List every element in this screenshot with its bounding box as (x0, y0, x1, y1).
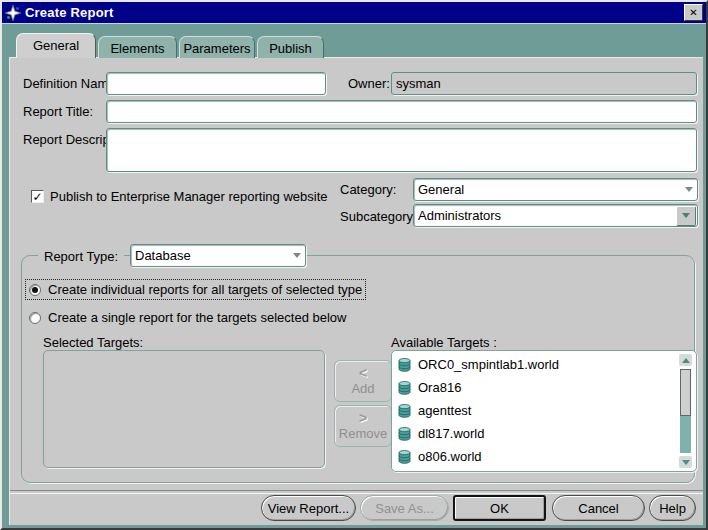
chevron-down-icon (682, 213, 690, 218)
add-button[interactable]: < Add (334, 360, 392, 402)
available-targets-scrollbar[interactable] (678, 353, 694, 469)
scroll-down-button[interactable] (678, 455, 693, 469)
report-description-input[interactable] (106, 128, 697, 172)
chevron-down-icon (685, 187, 693, 192)
list-item[interactable]: agenttest (395, 399, 676, 422)
chevron-right-icon: > (359, 410, 367, 426)
publish-checkbox-label: Publish to Enterprise Manager reporting … (50, 189, 327, 204)
category-value: General (418, 182, 464, 197)
report-title-label: Report Title: (23, 104, 93, 119)
report-type-dropdown[interactable]: Database (130, 244, 306, 267)
list-item[interactable]: o806.world (395, 445, 676, 468)
scrollbar-thumb[interactable] (680, 369, 691, 416)
database-icon (398, 450, 411, 464)
radio-single-label: Create a single report for the targets s… (48, 310, 346, 325)
list-item[interactable]: dl817.world (395, 422, 676, 445)
available-targets-label: Available Targets : (391, 335, 497, 350)
remove-button[interactable]: > Remove (334, 405, 392, 447)
available-targets-rows: ORC0_smpintlab1.world Ora816 agenttest d… (395, 353, 676, 471)
cancel-button[interactable]: Cancel (552, 495, 645, 521)
report-type-label: Report Type: (38, 249, 124, 264)
general-tab-panel: Definition Name: Owner: sysman Report Ti… (9, 57, 703, 525)
tab-publish[interactable]: Publish (257, 36, 324, 58)
list-item[interactable]: ORC0_smpintlab1.world (395, 353, 676, 376)
database-icon (398, 358, 411, 372)
chevron-left-icon: < (359, 365, 367, 381)
radio-selected-icon (29, 284, 41, 296)
title-bar[interactable]: Create Report ✕ (2, 2, 706, 24)
radio-individual-label: Create individual reports for all target… (48, 282, 362, 297)
tab-parameters[interactable]: Parameters (179, 36, 255, 58)
chevron-down-icon (293, 253, 301, 258)
database-icon (398, 381, 411, 395)
radio-unselected-icon (29, 312, 41, 324)
target-name: o806.world (418, 449, 482, 464)
selected-targets-list[interactable] (43, 350, 325, 468)
radio-single-report[interactable]: Create a single report for the targets s… (26, 308, 349, 327)
definition-name-input[interactable] (106, 72, 326, 95)
target-name: dl817.world (418, 426, 485, 441)
available-targets-list[interactable]: ORC0_smpintlab1.world Ora816 agenttest d… (391, 350, 697, 472)
create-report-dialog: Create Report ✕ General Elements Paramet… (0, 0, 708, 530)
target-name: ORC0_smpintlab1.world (418, 357, 559, 372)
em-sparkle-icon (5, 5, 21, 21)
list-item[interactable]: Ora816 (395, 376, 676, 399)
subcategory-dropdown[interactable]: Administrators (413, 204, 698, 227)
owner-value: sysman (391, 72, 697, 95)
subcategory-dropdown-button[interactable] (676, 206, 696, 226)
definition-name-label: Definition Name: (23, 76, 119, 91)
selected-targets-label: Selected Targets: (43, 335, 143, 350)
view-report-button[interactable]: View Report... (261, 495, 356, 521)
save-as-button[interactable]: Save As... (360, 495, 449, 521)
category-label: Category: (340, 182, 396, 197)
radio-individual-reports[interactable]: Create individual reports for all target… (26, 280, 365, 299)
arrow-up-icon (682, 358, 690, 363)
report-type-value: Database (135, 248, 191, 263)
publish-checkbox[interactable]: ✓ (31, 190, 44, 203)
close-button[interactable]: ✕ (684, 4, 703, 21)
category-dropdown[interactable]: General (413, 178, 698, 201)
subcategory-label: Subcategory: (340, 209, 417, 224)
database-icon (398, 427, 411, 441)
remove-button-label: Remove (339, 427, 387, 442)
subcategory-value: Administrators (418, 208, 501, 223)
add-button-label: Add (351, 382, 374, 397)
target-name: Ora816 (418, 380, 461, 395)
tab-elements[interactable]: Elements (98, 36, 177, 58)
scrollbar-track[interactable] (679, 368, 692, 454)
check-icon: ✓ (32, 191, 42, 203)
target-name: agenttest (418, 403, 472, 418)
help-button[interactable]: Help (649, 495, 696, 521)
footer-separator (10, 490, 703, 494)
scroll-up-button[interactable] (678, 353, 693, 367)
list-item[interactable]: o815.world (395, 468, 676, 471)
owner-label: Owner: (348, 76, 390, 91)
database-icon (398, 404, 411, 418)
dialog-frame: General Elements Parameters Publish Defi… (4, 24, 704, 526)
report-title-input[interactable] (106, 100, 697, 123)
ok-button[interactable]: OK (453, 495, 546, 521)
window-title: Create Report (25, 5, 114, 20)
tab-general[interactable]: General (16, 33, 96, 58)
arrow-down-icon (682, 460, 690, 465)
